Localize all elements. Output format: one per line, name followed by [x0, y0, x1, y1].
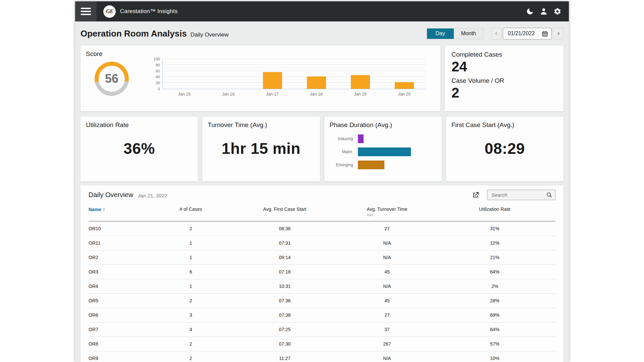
utilization-rate-value: 36% — [86, 139, 193, 158]
score-bar-jan-20 — [395, 82, 414, 89]
table-title: Daily Overview — [89, 191, 133, 199]
cell-name: OR7 — [89, 327, 152, 332]
table-date: Jan 21, 2022 — [138, 192, 167, 198]
x-axis-label: Jan 19 — [338, 92, 382, 97]
table-row-or3[interactable]: OR3607:184564% — [89, 265, 555, 279]
cell-first_case: 07:18 — [229, 269, 340, 275]
search-input[interactable] — [491, 192, 546, 198]
score-card-title: Score — [86, 50, 147, 58]
previous-date-button[interactable] — [491, 28, 501, 40]
column-subheader: min — [367, 213, 407, 217]
table-row-or5[interactable]: OR5207:364528% — [89, 294, 555, 308]
cell-utilization: 64% — [434, 269, 555, 275]
cell-name: OR3 — [89, 269, 152, 275]
chevron-right-icon — [556, 31, 561, 36]
cell-cases: 4 — [152, 327, 229, 332]
case-volume-value: 2 — [451, 84, 557, 101]
page-title: Operation Room Analysis — [80, 28, 187, 39]
score-bar-jan-18 — [307, 76, 326, 89]
calendar-icon — [542, 31, 548, 37]
column-header-utilization-rate[interactable]: Utilization Rate — [434, 206, 555, 212]
phase-row: Maint. — [330, 147, 436, 156]
next-date-button[interactable] — [553, 28, 564, 40]
y-axis-tick-label: 80 — [148, 63, 160, 67]
day-toggle-button[interactable]: Day — [427, 28, 454, 39]
first-case-start-card: First Case Start (Avg.) 08:29 — [446, 117, 564, 181]
phase-label: Emerging — [330, 163, 353, 167]
cell-first_case: 10:31 — [229, 284, 340, 289]
cell-first_case: 07:31 — [229, 240, 340, 246]
score-value: 56 — [105, 72, 118, 86]
table-row-or4[interactable]: OR4110:31N/A2% — [89, 279, 555, 294]
cell-turnover: 45 — [340, 269, 434, 275]
chevron-left-icon — [494, 31, 499, 36]
bar-slot — [163, 59, 207, 89]
top-navbar: GE Carestation™ Insights — [75, 1, 569, 21]
turnover-time-card: Turnover Time (Avg.) 1hr 15 min — [202, 117, 320, 181]
cell-turnover: N/A — [340, 240, 434, 246]
score-trend-chart: 020406080100 Jan 15Jan 16Jan 17Jan 18Jan… — [162, 59, 426, 107]
case-volume-label: Case Volume / OR — [451, 77, 557, 84]
table-row-or8[interactable]: OR8207:3026757% — [89, 337, 555, 351]
cell-first_case: 09:14 — [229, 255, 340, 260]
phase-label: Inducing — [330, 136, 353, 141]
completed-cases-value: 24 — [451, 58, 557, 75]
cell-first_case: 07:25 — [229, 327, 340, 332]
table-row-or9[interactable]: OR9211:27N/A10% — [89, 351, 555, 362]
date-picker-field[interactable]: 01/21/2022 — [503, 28, 552, 40]
hamburger-menu-button[interactable] — [75, 1, 97, 21]
cell-cases: 1 — [152, 240, 229, 246]
brand: GE Carestation™ Insights — [103, 5, 177, 18]
month-toggle-button[interactable]: Month — [454, 28, 483, 39]
search-icon[interactable] — [546, 192, 552, 198]
moon-icon[interactable] — [526, 7, 534, 15]
cell-cases: 2 — [152, 298, 229, 303]
user-icon[interactable] — [540, 7, 548, 15]
table-row-or6[interactable]: OR6307:382769% — [89, 308, 555, 322]
y-axis-tick-label: 40 — [148, 75, 160, 79]
cell-first_case: 07:30 — [229, 341, 340, 347]
table-row-or10[interactable]: OR10208:362731% — [89, 222, 555, 236]
turnover-time-value: 1hr 15 min — [208, 139, 314, 158]
utilization-rate-title: Utilization Rate — [86, 121, 193, 129]
cell-turnover: N/A — [340, 356, 434, 361]
column-header-name[interactable]: Name↑ — [89, 206, 152, 212]
cell-name: OR4 — [89, 284, 152, 289]
app-title: Carestation™ Insights — [120, 8, 177, 15]
export-icon[interactable] — [472, 191, 480, 199]
column-header--of-cases[interactable]: # of Cases — [152, 206, 229, 212]
phase-bar-maint — [358, 147, 411, 156]
cell-cases: 2 — [152, 226, 229, 231]
cell-name: OR5 — [89, 298, 152, 303]
completed-cases-label: Completed Cases — [451, 51, 557, 58]
cell-utilization: 12% — [434, 240, 555, 246]
bar-slot — [251, 59, 294, 89]
column-header-avg-first-case-start[interactable]: Avg. First Case Start — [229, 206, 340, 212]
app-window: GE Carestation™ Insights Operation Room … — [75, 1, 569, 362]
utilization-rate-card: Utilization Rate 36% — [80, 117, 198, 181]
phase-duration-title: Phase Duration (Avg.) — [330, 121, 436, 129]
x-axis-label: Jan 17 — [250, 92, 294, 97]
cell-cases: 3 — [152, 312, 229, 318]
cell-turnover: N/A — [340, 284, 434, 289]
ge-logo-icon: GE — [103, 5, 116, 18]
x-axis-label: Jan 15 — [162, 92, 206, 97]
cell-turnover: 27 — [340, 312, 434, 318]
gear-icon[interactable] — [553, 7, 561, 15]
score-bar-jan-17 — [263, 72, 282, 89]
cell-turnover: 267 — [340, 341, 434, 347]
phase-bar-emerging — [358, 161, 384, 169]
phase-duration-chart: InducingMaint.Emerging — [330, 134, 436, 169]
cell-name: OR10 — [89, 226, 152, 231]
page-header: Operation Room Analysis Daily Overview D… — [75, 21, 569, 46]
y-axis-tick-label: 60 — [148, 69, 160, 73]
cell-utilization: 10% — [434, 356, 555, 361]
table-row-or2[interactable]: OR2109:14N/A21% — [89, 250, 555, 265]
bar-slot — [294, 59, 338, 89]
column-header-avg-turnover-time[interactable]: Avg. Turnover Timemin — [340, 206, 434, 217]
table-row-or11[interactable]: OR11107:31N/A12% — [89, 236, 555, 250]
table-row-or7[interactable]: OR7407:253764% — [89, 322, 555, 337]
cell-first_case: 07:36 — [229, 298, 340, 303]
daily-overview-table-card: Daily Overview Jan 21, 2022 — [80, 185, 564, 362]
cell-cases: 1 — [152, 284, 229, 289]
